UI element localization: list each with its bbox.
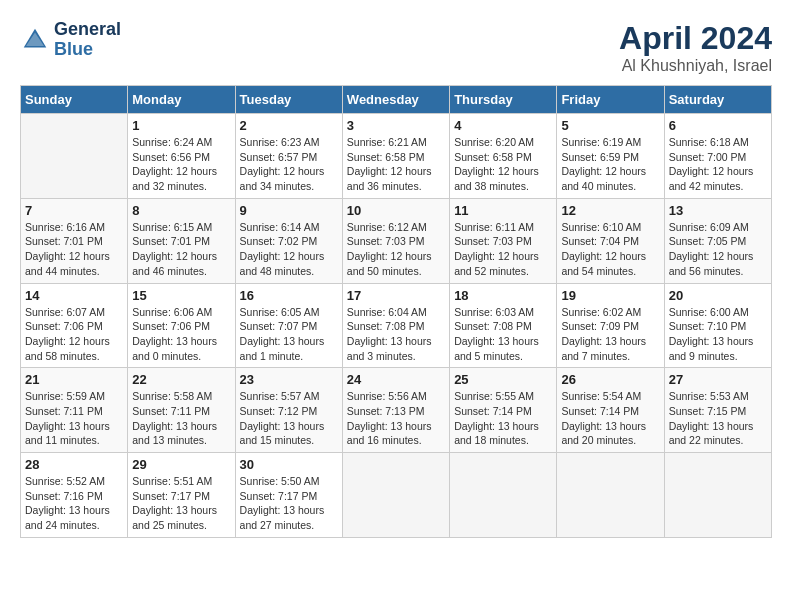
day-number: 1 [132,118,230,133]
day-number: 30 [240,457,338,472]
day-number: 17 [347,288,445,303]
calendar-cell: 4Sunrise: 6:20 AM Sunset: 6:58 PM Daylig… [450,114,557,199]
day-info: Sunrise: 6:04 AM Sunset: 7:08 PM Dayligh… [347,305,445,364]
day-info: Sunrise: 5:50 AM Sunset: 7:17 PM Dayligh… [240,474,338,533]
day-info: Sunrise: 6:18 AM Sunset: 7:00 PM Dayligh… [669,135,767,194]
day-number: 26 [561,372,659,387]
day-number: 13 [669,203,767,218]
day-of-week-header: Monday [128,86,235,114]
day-info: Sunrise: 6:00 AM Sunset: 7:10 PM Dayligh… [669,305,767,364]
day-number: 20 [669,288,767,303]
day-info: Sunrise: 5:57 AM Sunset: 7:12 PM Dayligh… [240,389,338,448]
day-info: Sunrise: 6:15 AM Sunset: 7:01 PM Dayligh… [132,220,230,279]
day-of-week-header: Sunday [21,86,128,114]
day-info: Sunrise: 6:12 AM Sunset: 7:03 PM Dayligh… [347,220,445,279]
day-number: 12 [561,203,659,218]
calendar-subtitle: Al Khushniyah, Israel [619,57,772,75]
calendar-cell: 24Sunrise: 5:56 AM Sunset: 7:13 PM Dayli… [342,368,449,453]
calendar-week-row: 28Sunrise: 5:52 AM Sunset: 7:16 PM Dayli… [21,453,772,538]
day-number: 8 [132,203,230,218]
day-info: Sunrise: 6:19 AM Sunset: 6:59 PM Dayligh… [561,135,659,194]
day-info: Sunrise: 6:20 AM Sunset: 6:58 PM Dayligh… [454,135,552,194]
day-number: 5 [561,118,659,133]
calendar-cell: 25Sunrise: 5:55 AM Sunset: 7:14 PM Dayli… [450,368,557,453]
calendar-header: SundayMondayTuesdayWednesdayThursdayFrid… [21,86,772,114]
day-number: 11 [454,203,552,218]
calendar-cell: 7Sunrise: 6:16 AM Sunset: 7:01 PM Daylig… [21,198,128,283]
day-of-week-header: Friday [557,86,664,114]
day-info: Sunrise: 6:21 AM Sunset: 6:58 PM Dayligh… [347,135,445,194]
day-info: Sunrise: 6:05 AM Sunset: 7:07 PM Dayligh… [240,305,338,364]
calendar-cell: 10Sunrise: 6:12 AM Sunset: 7:03 PM Dayli… [342,198,449,283]
day-number: 18 [454,288,552,303]
day-number: 27 [669,372,767,387]
calendar-cell [342,453,449,538]
calendar-cell: 17Sunrise: 6:04 AM Sunset: 7:08 PM Dayli… [342,283,449,368]
calendar-cell [21,114,128,199]
calendar-cell: 9Sunrise: 6:14 AM Sunset: 7:02 PM Daylig… [235,198,342,283]
calendar-cell: 26Sunrise: 5:54 AM Sunset: 7:14 PM Dayli… [557,368,664,453]
day-info: Sunrise: 6:23 AM Sunset: 6:57 PM Dayligh… [240,135,338,194]
logo-icon [20,25,50,55]
day-info: Sunrise: 6:07 AM Sunset: 7:06 PM Dayligh… [25,305,123,364]
title-block: April 2024 Al Khushniyah, Israel [619,20,772,75]
day-number: 9 [240,203,338,218]
day-info: Sunrise: 5:51 AM Sunset: 7:17 PM Dayligh… [132,474,230,533]
page-header: General Blue April 2024 Al Khushniyah, I… [20,20,772,75]
calendar-cell: 8Sunrise: 6:15 AM Sunset: 7:01 PM Daylig… [128,198,235,283]
day-number: 16 [240,288,338,303]
calendar-cell [450,453,557,538]
calendar-cell: 19Sunrise: 6:02 AM Sunset: 7:09 PM Dayli… [557,283,664,368]
calendar-cell: 23Sunrise: 5:57 AM Sunset: 7:12 PM Dayli… [235,368,342,453]
day-info: Sunrise: 6:09 AM Sunset: 7:05 PM Dayligh… [669,220,767,279]
day-number: 4 [454,118,552,133]
day-number: 22 [132,372,230,387]
calendar-cell: 13Sunrise: 6:09 AM Sunset: 7:05 PM Dayli… [664,198,771,283]
day-info: Sunrise: 6:14 AM Sunset: 7:02 PM Dayligh… [240,220,338,279]
calendar-week-row: 1Sunrise: 6:24 AM Sunset: 6:56 PM Daylig… [21,114,772,199]
logo-text: General Blue [54,20,121,60]
calendar-cell: 22Sunrise: 5:58 AM Sunset: 7:11 PM Dayli… [128,368,235,453]
day-number: 29 [132,457,230,472]
calendar-week-row: 21Sunrise: 5:59 AM Sunset: 7:11 PM Dayli… [21,368,772,453]
day-info: Sunrise: 6:11 AM Sunset: 7:03 PM Dayligh… [454,220,552,279]
calendar-cell: 15Sunrise: 6:06 AM Sunset: 7:06 PM Dayli… [128,283,235,368]
day-of-week-header: Wednesday [342,86,449,114]
day-info: Sunrise: 5:54 AM Sunset: 7:14 PM Dayligh… [561,389,659,448]
day-info: Sunrise: 6:10 AM Sunset: 7:04 PM Dayligh… [561,220,659,279]
day-of-week-header: Thursday [450,86,557,114]
calendar-cell: 20Sunrise: 6:00 AM Sunset: 7:10 PM Dayli… [664,283,771,368]
day-number: 23 [240,372,338,387]
day-of-week-header: Tuesday [235,86,342,114]
day-info: Sunrise: 5:56 AM Sunset: 7:13 PM Dayligh… [347,389,445,448]
calendar-table: SundayMondayTuesdayWednesdayThursdayFrid… [20,85,772,538]
day-number: 6 [669,118,767,133]
calendar-cell: 28Sunrise: 5:52 AM Sunset: 7:16 PM Dayli… [21,453,128,538]
calendar-body: 1Sunrise: 6:24 AM Sunset: 6:56 PM Daylig… [21,114,772,538]
day-of-week-header: Saturday [664,86,771,114]
day-info: Sunrise: 5:55 AM Sunset: 7:14 PM Dayligh… [454,389,552,448]
calendar-cell: 30Sunrise: 5:50 AM Sunset: 7:17 PM Dayli… [235,453,342,538]
day-info: Sunrise: 5:59 AM Sunset: 7:11 PM Dayligh… [25,389,123,448]
calendar-cell: 11Sunrise: 6:11 AM Sunset: 7:03 PM Dayli… [450,198,557,283]
day-number: 15 [132,288,230,303]
calendar-cell: 6Sunrise: 6:18 AM Sunset: 7:00 PM Daylig… [664,114,771,199]
day-number: 25 [454,372,552,387]
calendar-week-row: 7Sunrise: 6:16 AM Sunset: 7:01 PM Daylig… [21,198,772,283]
day-number: 7 [25,203,123,218]
day-info: Sunrise: 6:06 AM Sunset: 7:06 PM Dayligh… [132,305,230,364]
calendar-cell: 5Sunrise: 6:19 AM Sunset: 6:59 PM Daylig… [557,114,664,199]
calendar-cell: 1Sunrise: 6:24 AM Sunset: 6:56 PM Daylig… [128,114,235,199]
day-number: 2 [240,118,338,133]
calendar-cell: 18Sunrise: 6:03 AM Sunset: 7:08 PM Dayli… [450,283,557,368]
day-number: 21 [25,372,123,387]
calendar-cell: 16Sunrise: 6:05 AM Sunset: 7:07 PM Dayli… [235,283,342,368]
calendar-cell: 3Sunrise: 6:21 AM Sunset: 6:58 PM Daylig… [342,114,449,199]
day-number: 19 [561,288,659,303]
calendar-cell: 27Sunrise: 5:53 AM Sunset: 7:15 PM Dayli… [664,368,771,453]
day-number: 10 [347,203,445,218]
day-number: 14 [25,288,123,303]
day-info: Sunrise: 6:03 AM Sunset: 7:08 PM Dayligh… [454,305,552,364]
calendar-cell: 29Sunrise: 5:51 AM Sunset: 7:17 PM Dayli… [128,453,235,538]
day-number: 24 [347,372,445,387]
